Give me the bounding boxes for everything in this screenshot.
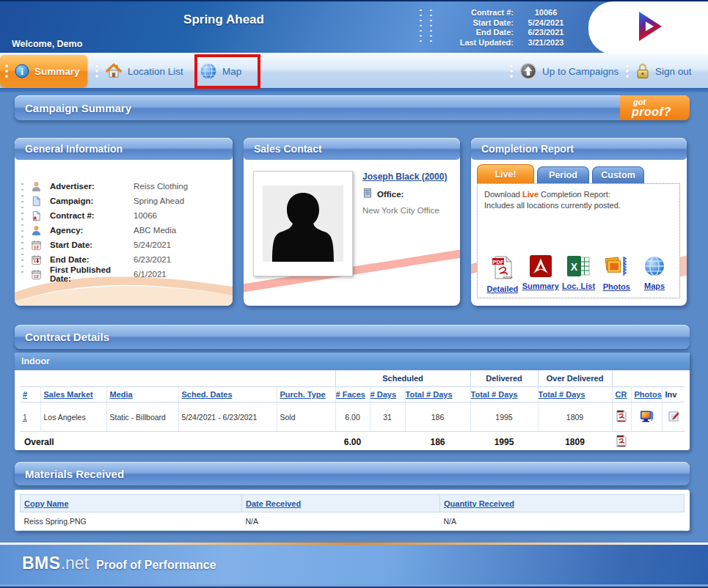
- cell-media: Static - Billboard: [106, 403, 178, 432]
- up-to-campaigns-label: Up to Campaigns: [542, 66, 618, 77]
- padlock-icon: [635, 62, 650, 80]
- photos-zip-icon: [605, 255, 629, 281]
- office-label: Office:: [377, 190, 404, 199]
- info-row-end-date: 1 End Date: 6/23/2021: [31, 252, 228, 267]
- overall-total-days-scheduled: 186: [405, 432, 470, 452]
- calendar-icon: 12: [31, 240, 50, 251]
- calendar-end-icon: 1: [31, 254, 50, 265]
- pdf-report-icon[interactable]: [616, 415, 627, 424]
- info-row-campaign: Campaign: Spring Ahead: [31, 194, 228, 208]
- silhouette-image: [263, 185, 343, 262]
- contract-details-band: Contract Details: [15, 325, 690, 349]
- campaign-value: Spring Ahead: [134, 196, 184, 205]
- office-building-icon: [362, 188, 373, 201]
- overall-cr: [612, 432, 631, 452]
- download-maps[interactable]: Maps: [635, 255, 674, 293]
- indoor-section-header: Indoor: [15, 353, 690, 370]
- contract-info-box: Contract #: 10066 Start Date: 5/24/2021 …: [440, 8, 587, 48]
- up-to-campaigns-button[interactable]: Up to Campaigns: [510, 55, 618, 87]
- download-loc-list-label: Loc. List: [562, 282, 595, 290]
- col-total-days-over: Total # Days: [538, 387, 612, 403]
- svg-text:X: X: [571, 261, 578, 273]
- start-date-label: Start Date:: [50, 240, 134, 249]
- tab-location-list[interactable]: Location List: [95, 55, 183, 87]
- overall-label: Overall: [20, 432, 335, 452]
- contract-number-label: Contract #:: [440, 8, 514, 18]
- tab-live[interactable]: Live!: [477, 164, 534, 183]
- invoice-note-icon[interactable]: [668, 415, 679, 424]
- pdf-detailed-icon: PDF Adobe: [491, 255, 514, 283]
- download-summary-label: Summary: [522, 282, 559, 290]
- cell-date-received: N/A: [242, 512, 440, 531]
- dots-separator: [95, 65, 98, 78]
- overall-total-days-over: 1809: [538, 432, 612, 452]
- col-total-days-scheduled: Total # Days: [405, 387, 470, 403]
- pdf-report-icon[interactable]: [616, 439, 627, 449]
- cell-cr: [612, 403, 631, 432]
- sign-out-button[interactable]: Sign out: [626, 55, 692, 87]
- sales-contact-header: Sales Contact: [244, 138, 460, 160]
- photos-monitor-icon[interactable]: [640, 416, 654, 425]
- contract-label: Contract #:: [50, 211, 134, 220]
- start-date-label: Start Date:: [440, 18, 514, 29]
- overall-total-days-delivered: 1995: [470, 432, 538, 452]
- general-information-rows: Advertiser: Reiss Clothing Campaign: Spr…: [31, 179, 228, 282]
- download-loc-list[interactable]: X Loc. List: [560, 255, 598, 293]
- materials-table: Copy Name Date Received Quantity Receive…: [20, 494, 685, 531]
- start-date-value: 5/24/2021: [134, 240, 171, 249]
- dots-separator: [626, 65, 629, 78]
- logo-panel: [588, 1, 708, 54]
- dotted-separator: [21, 183, 23, 273]
- tab-custom[interactable]: Custom: [592, 166, 644, 183]
- globe-icon: [200, 62, 217, 80]
- desc-line2: Includes all locations currently posted.: [484, 201, 621, 210]
- svg-text:i: i: [21, 66, 23, 77]
- contract-details-panel: Indoor Scheduled Delivered Over Delivere…: [15, 353, 690, 450]
- tab-summary-label: Summary: [34, 66, 80, 77]
- cell-copy-name: Reiss Spring.PNG: [21, 512, 242, 531]
- tab-summary[interactable]: i Summary: [0, 55, 87, 87]
- desc-prefix: Download: [484, 190, 522, 199]
- report-description: Download Live Completion Report: Include…: [478, 184, 679, 211]
- end-date-label: End Date:: [50, 255, 134, 264]
- group-header-row: Scheduled Delivered Over Delivered: [20, 370, 685, 387]
- general-information-panel: General Information Advertiser: Reiss Cl…: [15, 138, 233, 306]
- contact-name-link[interactable]: Joseph Black (2000): [362, 172, 454, 182]
- contact-photo: [253, 171, 353, 276]
- download-photos[interactable]: Photos: [597, 255, 635, 293]
- col-num: #: [20, 387, 40, 403]
- contract-value: 10066: [134, 211, 157, 220]
- campaign-summary-band: Campaign Summary got proof?: [15, 95, 690, 120]
- cell-purch-type: Sold: [277, 403, 335, 432]
- download-summary[interactable]: Summary: [522, 255, 560, 293]
- tab-map[interactable]: Map: [200, 55, 241, 87]
- completion-report-panel: Completion Report Live! Period Custom Do…: [471, 138, 687, 306]
- cell-days: 31: [370, 403, 405, 432]
- got-proof-badge[interactable]: got proof?: [620, 95, 690, 120]
- contract-number-row: Contract #: 10066: [440, 8, 587, 18]
- desc-live-highlight: Live: [522, 190, 539, 199]
- col-days: # Days: [370, 387, 405, 403]
- agency-label: Agency:: [50, 226, 134, 235]
- col-inv: Inv: [662, 387, 685, 403]
- brand-bms: BMS: [22, 554, 61, 573]
- cell-total-days-delivered: 1995: [470, 403, 538, 432]
- last-updated-value: 3/21/2023: [514, 38, 578, 48]
- report-download-box: Download Live Completion Report: Include…: [477, 183, 680, 298]
- info-row-contract: Contract #: 10066: [31, 208, 228, 223]
- download-detailed[interactable]: PDF Adobe Detailed: [483, 255, 522, 293]
- general-information-header: General Information: [15, 138, 233, 160]
- col-photos: Photos: [631, 387, 662, 403]
- col-cr: CR: [612, 387, 631, 403]
- dotted-separator: [420, 10, 422, 45]
- campaign-document-icon: [31, 196, 50, 207]
- svg-text:1: 1: [34, 259, 36, 263]
- tab-period[interactable]: Period: [537, 166, 589, 183]
- got-proof-bottom: proof?: [632, 106, 690, 118]
- tab-location-list-label: Location List: [128, 66, 183, 77]
- bottom-strip: [0, 584, 708, 588]
- cell-faces: 6.00: [335, 403, 370, 432]
- first-published-value: 6/1/2021: [134, 270, 167, 279]
- info-icon: i: [15, 64, 29, 78]
- col-faces: # Faces: [335, 387, 370, 403]
